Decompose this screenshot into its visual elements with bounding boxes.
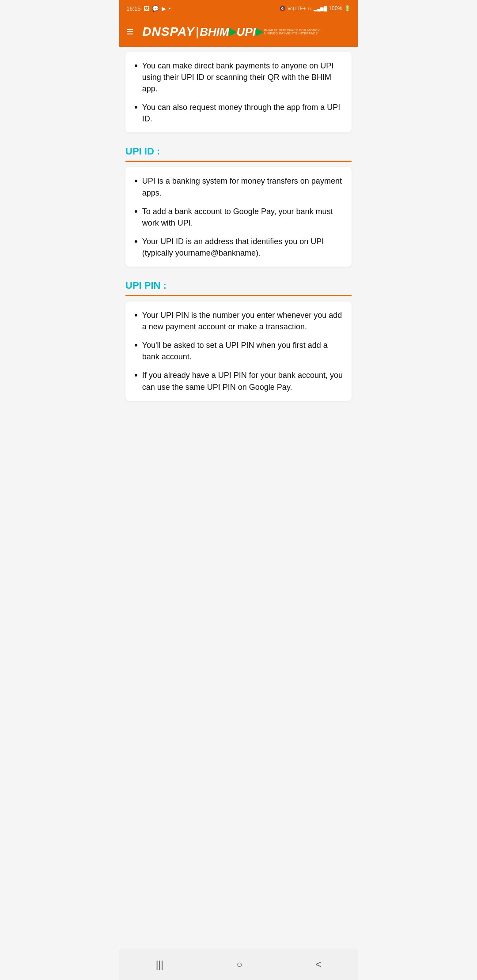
list-item: • If you already have a UPI PIN for your…: [134, 369, 343, 392]
time-label: 16:15: [126, 5, 141, 12]
bhim-subtitle-text: BHARAT INTERFACE FOR MONEY: [264, 29, 320, 32]
list-item: • You can also request money through the…: [134, 102, 343, 124]
signal-arrows: ↑↓: [307, 6, 312, 11]
bullet-text: Your UPI ID is an address that identifie…: [142, 236, 343, 259]
upi-id-title: UPI ID :: [125, 146, 352, 157]
youtube-icon: ▶: [162, 5, 166, 12]
upi-pin-divider: [125, 295, 352, 296]
bullet-dot-icon: •: [134, 207, 138, 216]
upi-pin-title: UPI PIN :: [125, 280, 352, 291]
brand-logo: DNSPAY | BHIM ▶ UPI ▶ BHARAT INTERFACE F…: [142, 25, 320, 39]
bullet-dot-icon: •: [134, 61, 138, 71]
battery-label: 100%: [329, 5, 342, 11]
bullet-text: You can make direct bank payments to any…: [142, 60, 343, 94]
signal-bars-icon: ▂▄▆█: [314, 6, 327, 11]
bhim-arrow-icon: ▶: [229, 26, 237, 38]
mute-icon: 🔇: [279, 5, 286, 11]
message-icon: 💬: [152, 5, 159, 12]
upi-arrow-icon: ▶: [256, 26, 263, 38]
bullet-dot-icon: •: [134, 370, 138, 380]
photo-icon: 🖼: [144, 5, 149, 12]
scroll-area: • You can make direct bank payments to a…: [119, 47, 358, 441]
brand-upi-text: UPI: [237, 25, 256, 39]
upi-pin-section-header: UPI PIN :: [119, 272, 358, 296]
list-item: • Your UPI ID is an address that identif…: [134, 236, 343, 259]
list-item: • To add a bank account to Google Pay, y…: [134, 206, 343, 229]
app-header: ≡ DNSPAY | BHIM ▶ UPI ▶ BHARAT INTERFACE…: [119, 17, 358, 47]
dot-icon: •: [169, 5, 171, 12]
bullet-text: To add a bank account to Google Pay, you…: [142, 206, 343, 229]
upi-id-divider: [125, 161, 352, 162]
network-label: Vo) LTE+: [288, 6, 306, 11]
bullet-dot-icon: •: [134, 102, 138, 112]
status-indicators: 🔇 Vo) LTE+ ↑↓ ▂▄▆█ 100% 🔋: [279, 5, 351, 11]
bullet-dot-icon: •: [134, 237, 138, 246]
bullet-text: Your UPI PIN is the number you enter whe…: [142, 309, 343, 332]
bullet-text: If you already have a UPI PIN for your b…: [142, 369, 343, 392]
brand-dns-text: DNSPAY: [142, 25, 195, 39]
upi-id-section-header: UPI ID :: [119, 138, 358, 162]
upi-id-card: • UPI is a banking system for money tran…: [125, 167, 352, 267]
bullet-text: UPI is a banking system for money transf…: [142, 175, 343, 198]
list-item: • Your UPI PIN is the number you enter w…: [134, 309, 343, 332]
status-time: 16:15 🖼 💬 ▶ •: [126, 5, 170, 12]
list-item: • You can make direct bank payments to a…: [134, 60, 343, 94]
bullet-dot-icon: •: [134, 176, 138, 186]
bullet-dot-icon: •: [134, 340, 138, 350]
upi-subtitle-text: UNIFIED PAYMENTS INTERFACE: [264, 32, 320, 35]
list-item: • UPI is a banking system for money tran…: [134, 175, 343, 198]
list-item: • You'll be asked to set a UPI PIN when …: [134, 339, 343, 362]
upi-pin-card: • Your UPI PIN is the number you enter w…: [125, 302, 352, 401]
intro-card: • You can make direct bank payments to a…: [125, 52, 352, 132]
brand-separator: |: [196, 25, 199, 39]
brand-subtitles: BHARAT INTERFACE FOR MONEY UNIFIED PAYME…: [264, 29, 320, 35]
battery-icon: 🔋: [344, 5, 351, 11]
bullet-text: You can also request money through the a…: [142, 102, 343, 124]
bullet-text: You'll be asked to set a UPI PIN when yo…: [142, 339, 343, 362]
brand-bhim-text: BHIM: [200, 25, 229, 39]
status-bar: 16:15 🖼 💬 ▶ • 🔇 Vo) LTE+ ↑↓ ▂▄▆█ 100% 🔋: [119, 0, 358, 17]
bullet-dot-icon: •: [134, 310, 138, 320]
hamburger-menu-button[interactable]: ≡: [126, 25, 133, 39]
